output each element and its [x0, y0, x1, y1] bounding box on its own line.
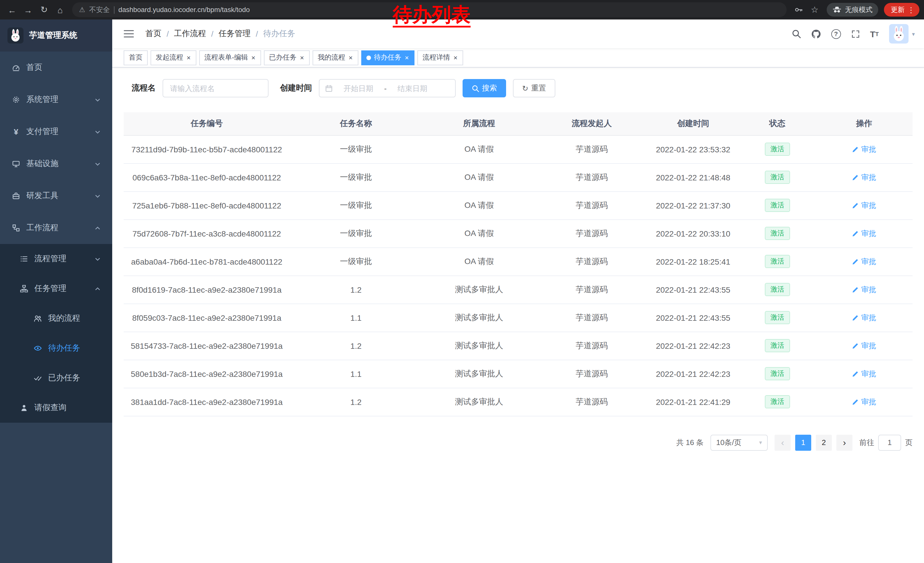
tab[interactable]: 已办任务 ×: [264, 50, 310, 65]
goto-page-input[interactable]: [878, 434, 901, 450]
table-row: 069c6a63-7b8a-11ec-8ef0-acde48001122 一级审…: [124, 163, 912, 191]
cell-status: 激活: [739, 360, 816, 388]
page-button-2[interactable]: 2: [816, 434, 832, 450]
tab-close-icon[interactable]: ×: [453, 54, 458, 61]
col-initiator: 流程发起人: [536, 112, 647, 135]
goto-unit: 页: [905, 437, 912, 447]
table-row: a6aba0a4-7b6d-11ec-b781-acde48001122 一级审…: [124, 248, 912, 275]
sidebar-toggle-icon[interactable]: [122, 27, 136, 40]
menu-label: 基础设施: [26, 159, 58, 169]
sidebar-item-done-task[interactable]: 已办任务: [0, 363, 112, 393]
breadcrumb-separator: /: [166, 29, 169, 38]
approve-link-label: 审批: [861, 228, 876, 239]
font-size-icon[interactable]: TT: [870, 29, 879, 39]
cell-created: 2022-01-22 23:53:32: [647, 135, 739, 163]
cell-created: 2022-01-21 22:43:55: [647, 275, 739, 303]
breadcrumb-workflow[interactable]: 工作流程: [174, 29, 206, 39]
process-name-input[interactable]: [163, 79, 268, 98]
approve-link[interactable]: 审批: [852, 144, 876, 155]
tab[interactable]: 待办任务 ×: [361, 50, 414, 65]
cell-task-name: 1.1: [290, 360, 422, 388]
end-date-input[interactable]: [389, 84, 436, 93]
breadcrumb-task-mgmt[interactable]: 任务管理: [219, 29, 251, 39]
chevron-down-icon: [94, 96, 101, 103]
tab[interactable]: 首页: [124, 50, 148, 65]
sidebar-item-dev-tools[interactable]: 研发工具: [0, 180, 112, 212]
sidebar-item-todo-task[interactable]: 待办任务: [0, 333, 112, 363]
home-icon[interactable]: ⌂: [52, 2, 68, 17]
reset-button[interactable]: ↻ 重置: [513, 79, 555, 98]
tab-close-icon[interactable]: ×: [251, 54, 256, 61]
approve-link[interactable]: 审批: [852, 312, 876, 323]
approve-link[interactable]: 审批: [852, 256, 876, 267]
cell-action: 审批: [816, 219, 912, 248]
github-icon[interactable]: [811, 29, 820, 39]
tab-close-icon[interactable]: ×: [404, 54, 410, 61]
search-button[interactable]: 搜索: [463, 79, 506, 98]
cell-process: 测试多审批人: [422, 332, 536, 360]
reload-icon[interactable]: ↻: [37, 2, 51, 17]
prev-page-button[interactable]: ‹: [775, 434, 790, 450]
approve-link[interactable]: 审批: [852, 369, 876, 379]
table-row: 58154733-7ac8-11ec-a9e2-a2380e71991a 1.2…: [124, 332, 912, 360]
approve-link[interactable]: 审批: [852, 200, 876, 210]
tab-close-icon[interactable]: ×: [186, 54, 191, 61]
app-logo[interactable]: 芋道管理系统: [0, 20, 112, 51]
fullscreen-icon[interactable]: [851, 30, 860, 38]
tab[interactable]: 流程详情 ×: [417, 50, 463, 65]
list-icon: [20, 255, 28, 263]
back-icon[interactable]: ←: [4, 2, 20, 17]
tab-close-icon[interactable]: ×: [348, 54, 353, 61]
cell-task-id: 069c6a63-7b8a-11ec-8ef0-acde48001122: [124, 163, 290, 191]
approve-link[interactable]: 审批: [852, 228, 876, 239]
start-date-input[interactable]: [335, 84, 382, 93]
approve-link[interactable]: 审批: [852, 172, 876, 182]
user-avatar-menu[interactable]: ▾: [889, 24, 915, 44]
approve-link-label: 审批: [861, 144, 876, 155]
forward-icon[interactable]: →: [21, 2, 36, 17]
sidebar-item-my-process[interactable]: 我的流程: [0, 303, 112, 333]
sidebar-item-process-mgmt[interactable]: 流程管理: [0, 244, 112, 274]
cell-task-id: 725a1eb6-7b88-11ec-8ef0-acde48001122: [124, 191, 290, 219]
breadcrumb-home[interactable]: 首页: [146, 29, 162, 39]
approve-link[interactable]: 审批: [852, 396, 876, 407]
sidebar-item-system-mgmt[interactable]: 系统管理: [0, 84, 112, 116]
bookmark-star-icon[interactable]: ☆: [807, 2, 822, 17]
content-area: 流程名 创建时间 - 搜索: [112, 68, 924, 563]
menu-label: 研发工具: [26, 191, 58, 201]
col-status: 状态: [739, 112, 816, 135]
menu-label: 支付管理: [26, 126, 58, 137]
key-icon[interactable]: [791, 2, 806, 17]
cell-process: 测试多审批人: [422, 360, 536, 388]
col-action: 操作: [816, 112, 912, 135]
cell-initiator: 芋道源码: [536, 303, 647, 332]
people-icon: [33, 314, 42, 323]
next-page-button[interactable]: ›: [836, 434, 852, 450]
tab[interactable]: 我的流程 ×: [313, 50, 358, 65]
update-button[interactable]: 更新 ⋮: [884, 3, 920, 17]
cell-process: OA 请假: [422, 191, 536, 219]
sidebar-item-task-mgmt[interactable]: 任务管理: [0, 274, 112, 303]
tab[interactable]: 流程表单-编辑 ×: [199, 50, 261, 65]
date-range-picker[interactable]: -: [319, 79, 456, 98]
approve-link[interactable]: 审批: [852, 341, 876, 351]
menu-dots-icon[interactable]: ⋮: [908, 6, 915, 14]
sidebar-item-payment-mgmt[interactable]: ¥ 支付管理: [0, 116, 112, 148]
status-badge: 激活: [765, 255, 790, 268]
sidebar-item-home[interactable]: 首页: [0, 51, 112, 84]
search-icon[interactable]: [792, 29, 801, 38]
help-icon[interactable]: ?: [831, 29, 841, 39]
sidebar-item-workflow[interactable]: 工作流程: [0, 212, 112, 244]
page-size-select[interactable]: 10条/页 ▾: [711, 434, 768, 450]
sidebar-item-leave-query[interactable]: 请假查询: [0, 393, 112, 423]
approve-link[interactable]: 审批: [852, 284, 876, 295]
breadcrumb: 首页 / 工作流程 / 任务管理 / 待办任务: [146, 29, 295, 39]
status-badge: 激活: [765, 395, 790, 408]
security-label: 不安全: [89, 5, 110, 15]
cell-process: OA 请假: [422, 135, 536, 163]
tab[interactable]: 发起流程 ×: [151, 50, 196, 65]
cell-status: 激活: [739, 135, 816, 163]
tab-close-icon[interactable]: ×: [299, 54, 304, 61]
sidebar-item-infrastructure[interactable]: 基础设施: [0, 148, 112, 180]
page-button-1[interactable]: 1: [795, 434, 811, 450]
